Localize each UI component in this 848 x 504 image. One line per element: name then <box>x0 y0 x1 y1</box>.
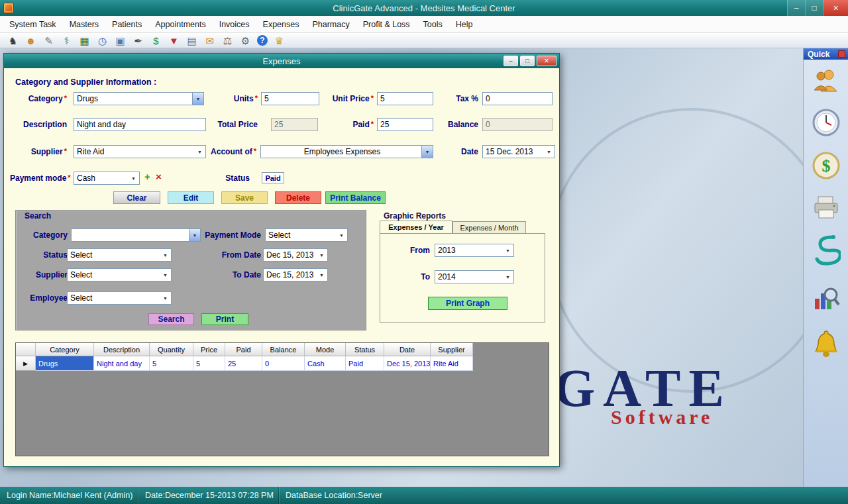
balance-icon[interactable]: ⚖ <box>221 34 234 47</box>
print-graph-button[interactable]: Print Graph <box>428 297 507 310</box>
medical-icon[interactable]: ⚕ <box>60 34 73 47</box>
print-balance-button[interactable]: Print Balance <box>325 191 386 204</box>
quick-close-button[interactable] <box>838 50 845 58</box>
grid-col-category[interactable]: Category <box>36 343 94 356</box>
search-to-date-select[interactable]: Dec 15, 2013▼ <box>263 268 328 281</box>
settings-icon[interactable]: ⚙ <box>239 34 252 47</box>
table-row: ▶DrugsNight and day55250CashPaidDec 15, … <box>16 356 549 371</box>
grid-cell-status[interactable]: Paid <box>346 356 384 371</box>
menu-masters[interactable]: Masters <box>63 17 105 32</box>
grid-col-description[interactable]: Description <box>94 343 150 356</box>
date-select[interactable]: 15 Dec. 2013▼ <box>482 145 555 158</box>
units-input[interactable]: 5 <box>261 92 319 105</box>
maximize-button[interactable]: □ <box>805 0 823 16</box>
search-from-date-select[interactable]: Dec 15, 2013▼ <box>263 248 328 262</box>
grid-col-status[interactable]: Status <box>346 343 384 356</box>
print-icon[interactable]: ▤ <box>186 34 198 47</box>
grid-cell-mode[interactable]: Cash <box>305 356 346 371</box>
grid-col-paid[interactable]: Paid <box>225 343 262 356</box>
menu-profit-loss[interactable]: Profit & Loss <box>356 17 417 32</box>
menu-tools[interactable]: Tools <box>417 17 449 32</box>
edit-button[interactable]: Edit <box>168 191 214 204</box>
grid-col-mode[interactable]: Mode <box>305 343 346 356</box>
menu-patients[interactable]: Patients <box>105 17 148 32</box>
search-category-select[interactable]: ▼ <box>71 228 201 242</box>
search-payment-mode-select[interactable]: Select▼ <box>265 228 348 242</box>
patient-icon[interactable]: ☻ <box>25 34 37 47</box>
injection-icon[interactable]: ✎ <box>42 34 55 47</box>
download-icon[interactable]: ▼ <box>168 34 180 47</box>
supplier-select[interactable]: Rite Aid▼ <box>74 145 206 158</box>
paid-label: Paid* <box>339 120 374 129</box>
expenses-title-bar[interactable]: Expenses – □ × <box>4 54 559 68</box>
grid-cell-price[interactable]: 5 <box>193 356 225 371</box>
units-label: Units* <box>223 94 258 103</box>
schedule-icon[interactable]: ◷ <box>96 34 109 47</box>
computer-icon[interactable]: ▣ <box>114 34 127 47</box>
search-status-select[interactable]: Select▼ <box>67 248 172 262</box>
database-location: DataBase Location:Server <box>278 487 382 504</box>
grid-cell-date[interactable]: Dec 15, 2013 <box>384 356 431 371</box>
grid-cell-category[interactable]: Drugs <box>36 356 94 371</box>
search-supplier-select[interactable]: Select▼ <box>67 268 172 281</box>
bell-icon[interactable] <box>812 328 841 360</box>
clear-button[interactable]: Clear <box>113 191 160 204</box>
tax-input[interactable]: 0 <box>482 92 553 105</box>
grid-cell-balance[interactable]: 0 <box>262 356 305 371</box>
add-payment-mode-icon[interactable]: + <box>144 172 150 181</box>
unit-price-input[interactable]: 5 <box>377 92 433 105</box>
grid-col-date[interactable]: Date <box>384 343 431 356</box>
chart-icon[interactable]: ▦ <box>78 34 91 47</box>
clock-icon[interactable] <box>812 108 841 137</box>
payment-mode-label: Payment mode* <box>10 174 67 183</box>
section-title: Category and Supplier Information : <box>15 77 156 87</box>
tab-expenses-year[interactable]: Expenses / Year <box>380 221 452 233</box>
payment-icon[interactable]: $ <box>150 34 162 47</box>
clinic-icon[interactable]: ♞ <box>7 34 19 47</box>
grid-col-balance[interactable]: Balance <box>262 343 305 356</box>
chevron-down-icon: ▼ <box>502 244 513 256</box>
category-select[interactable]: Drugs▼ <box>74 92 204 105</box>
search-employee-select[interactable]: Select▼ <box>67 291 172 305</box>
account-of-select[interactable]: Employees Expenses▼ <box>260 145 433 158</box>
minimize-button[interactable]: – <box>787 0 805 16</box>
dollar-icon[interactable]: $ <box>812 151 841 180</box>
grid-col-supplier[interactable]: Supplier <box>431 343 473 356</box>
menu-help[interactable]: Help <box>449 17 480 32</box>
prescription-icon[interactable]: ✒ <box>132 34 144 47</box>
reminder-icon[interactable]: ♛ <box>273 34 286 47</box>
expenses-minimize-button[interactable]: – <box>504 56 518 66</box>
print-button[interactable]: Print <box>201 313 248 325</box>
menu-pharmacy[interactable]: Pharmacy <box>305 17 356 32</box>
menu-system-task[interactable]: System Task <box>3 17 63 32</box>
tab-expenses-month[interactable]: Expenses / Month <box>452 221 526 233</box>
close-button[interactable]: × <box>823 0 848 16</box>
save-button[interactable]: Save <box>221 191 268 204</box>
grid-cell-quantity[interactable]: 5 <box>150 356 193 371</box>
search-button[interactable]: Search <box>148 313 194 325</box>
users-icon[interactable] <box>812 68 841 94</box>
printer-icon[interactable] <box>812 194 841 221</box>
delete-button[interactable]: Delete <box>275 191 321 204</box>
paid-input[interactable]: 25 <box>377 118 433 131</box>
menu-invoices[interactable]: Invoices <box>213 17 256 32</box>
expenses-maximize-button[interactable]: □ <box>520 56 535 66</box>
expenses-close-button[interactable]: × <box>537 56 556 66</box>
grid-cell-description[interactable]: Night and day <box>94 356 150 371</box>
grid-col-price[interactable]: Price <box>193 343 225 356</box>
description-input[interactable]: Night and day <box>74 118 206 131</box>
grid-row-header[interactable]: ▶ <box>16 356 36 371</box>
payment-mode-select[interactable]: Cash▼ <box>74 172 140 185</box>
delete-payment-mode-icon[interactable]: × <box>156 172 162 181</box>
menu-expenses[interactable]: Expenses <box>256 17 306 32</box>
help-icon[interactable]: ? <box>257 35 268 46</box>
graph-from-select[interactable]: 2013▼ <box>435 244 514 257</box>
menu-appointments[interactable]: Appointments <box>148 17 212 32</box>
grid-col-quantity[interactable]: Quantity <box>150 343 193 356</box>
graph-to-select[interactable]: 2014▼ <box>435 270 514 283</box>
report-search-icon[interactable] <box>812 285 841 315</box>
grid-cell-supplier[interactable]: Rite Aid <box>431 356 473 371</box>
grid-cell-paid[interactable]: 25 <box>225 356 262 371</box>
message-icon[interactable]: ✉ <box>203 34 216 47</box>
pharmacy-icon[interactable] <box>812 234 841 272</box>
